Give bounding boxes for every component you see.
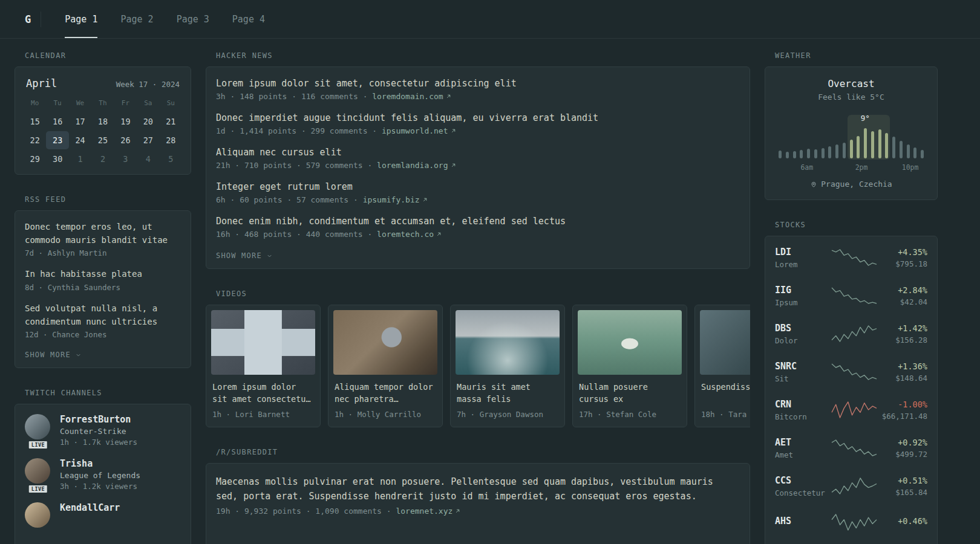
hn-item-title[interactable]: Lorem ipsum dolor sit amet, consectetur …: [216, 78, 740, 89]
hn-source-link[interactable]: loremdomain.com: [372, 92, 451, 101]
hn-meta-text: 3h · 148 points · 116 comments ·: [216, 92, 367, 101]
logo-divider: [41, 11, 41, 27]
stock-sparkline: [831, 401, 878, 419]
video-title: Nullam posuere cursus ex: [579, 381, 681, 406]
stock-sparkline: [831, 513, 878, 531]
subreddit-header: /R/SUBREDDIT: [216, 448, 750, 456]
weather-bar: [822, 148, 825, 158]
stock-row: SNRC Sit +1.36% $148.64: [775, 353, 927, 391]
video-card[interactable]: Aliquam tempor dolor nec pharetra… 1h · …: [328, 305, 443, 427]
hn-item-title[interactable]: Donec imperdiet augue tincidunt felis al…: [216, 112, 740, 123]
calendar-day: 19: [114, 112, 137, 131]
calendar-day: 1: [69, 150, 91, 168]
hn-source-domain: ipsumify.biz: [363, 195, 420, 204]
subreddit-card: Maecenas mollis pulvinar erat non posuer…: [206, 463, 750, 544]
hackernews-show-more-button[interactable]: SHOW MORE: [216, 251, 273, 260]
hn-item-title[interactable]: Aliquam nec cursus elit: [216, 147, 740, 158]
stock-sparkline: [831, 325, 878, 343]
weather-bar: [828, 146, 831, 158]
stock-row: LDI Lorem +4.35% $795.18: [775, 239, 927, 277]
rss-item-title[interactable]: In hac habitasse platea: [25, 268, 181, 281]
hackernews-card: Lorem ipsum dolor sit amet, consectetur …: [206, 66, 750, 269]
channel-name: KendallCarr: [60, 502, 120, 513]
stock-change: -1.00%: [878, 400, 927, 409]
video-thumbnail[interactable]: [578, 310, 682, 375]
post-title[interactable]: Maecenas mollis pulvinar erat non posuer…: [216, 476, 713, 502]
stock-change: +0.46%: [878, 516, 927, 526]
video-card[interactable]: Lorem ipsum dolor sit amet consectetu… 1…: [206, 305, 321, 427]
subreddit-widget: /R/SUBREDDIT Maecenas mollis pulvinar er…: [206, 448, 750, 544]
twitch-card: LIVE ForrestBurton Counter-Strike 1h · 1…: [15, 404, 191, 544]
video-thumbnail[interactable]: [333, 310, 437, 375]
calendar-day: 24: [69, 131, 91, 149]
middle-column: HACKER NEWS Lorem ipsum dolor sit amet, …: [206, 51, 750, 544]
stock-row: AHS +0.46%: [775, 505, 927, 539]
video-thumbnail[interactable]: [700, 310, 750, 375]
video-title: Lorem ipsum dolor sit amet consectetu…: [212, 381, 314, 406]
video-thumbnail[interactable]: [456, 310, 560, 375]
weather-bar: [864, 128, 867, 158]
hn-source-link[interactable]: ipsumworld.net: [382, 126, 457, 135]
weather-bar: [835, 144, 838, 158]
twitch-channel[interactable]: LIVE Trisha League of Legends 3h · 1.2k …: [25, 458, 181, 491]
stocks-card: LDI Lorem +4.35% $795.18 IIG Ipsum: [765, 236, 938, 544]
avatar: [25, 458, 50, 484]
rss-item-title[interactable]: Donec tempor eros leo, ut commodo mauris…: [25, 221, 181, 247]
weather-bar: [921, 150, 924, 158]
rss-item-title[interactable]: Sed volutpat nulla nisl, a condimentum n…: [25, 302, 181, 328]
hn-source-link[interactable]: loremlandia.org: [377, 161, 456, 170]
hn-item-meta: 1d · 1,414 points · 299 comments · ipsum…: [216, 126, 740, 135]
video-card[interactable]: Nullam posuere cursus ex 17h · Stefan Co…: [572, 305, 687, 427]
stock-symbol: SNRC: [775, 361, 831, 372]
weather-time-labels: 6am 2pm 10pm: [777, 163, 925, 172]
twitch-channel[interactable]: LIVE ForrestBurton Counter-Strike 1h · 1…: [25, 414, 181, 447]
hn-item-meta: 16h · 468 points · 440 comments · loremt…: [216, 230, 740, 239]
chevron-down-icon: [266, 253, 273, 259]
rss-widget: RSS FEED Donec tempor eros leo, ut commo…: [15, 195, 191, 368]
rss-item-meta: 12d · Chance Jones: [25, 330, 181, 339]
stock-price: $156.28: [878, 335, 927, 345]
hn-source-domain: loremlandia.org: [377, 161, 448, 170]
rss-show-more-button[interactable]: SHOW MORE: [25, 351, 82, 359]
app-logo[interactable]: G: [15, 13, 41, 25]
stock-sparkline: [831, 439, 878, 457]
calendar-month: April: [26, 77, 57, 89]
subreddit-post: Maecenas mollis pulvinar erat non posuer…: [216, 474, 740, 516]
video-title: Suspendisse diam: [701, 381, 750, 406]
show-more-label: SHOW MORE: [25, 351, 71, 359]
calendar-day: 18: [91, 112, 114, 131]
calendar-day: 26: [114, 131, 137, 149]
stocks-widget: STOCKS LDI Lorem +4.35% $795.18 IIG: [765, 221, 938, 544]
hn-item-title[interactable]: Integer eget rutrum lorem: [216, 181, 740, 192]
video-meta: 1h · Lori Barnett: [212, 410, 314, 419]
rss-item: Donec tempor eros leo, ut commodo mauris…: [25, 221, 181, 257]
weather-bar: [913, 147, 916, 158]
hn-source-link[interactable]: loremtech.co: [377, 230, 442, 239]
video-meta: 7h · Grayson Dawson: [457, 410, 558, 419]
stock-symbol: AHS: [775, 516, 831, 526]
tab-page-2[interactable]: Page 2: [109, 0, 165, 38]
rss-item-meta: 8d · Cynthia Saunders: [25, 283, 181, 292]
post-source-link[interactable]: loremnet.xyz: [396, 507, 461, 516]
tab-page-4[interactable]: Page 4: [221, 0, 276, 38]
calendar-header: CALENDAR: [25, 51, 191, 60]
hn-source-link[interactable]: ipsumify.biz: [363, 195, 428, 204]
stock-row: IIG Ipsum +2.84% $42.04: [775, 277, 927, 315]
channel-name: Trisha: [60, 458, 140, 469]
calendar-day: 3: [114, 150, 137, 168]
weather-bar: [900, 141, 903, 158]
videos-row: Lorem ipsum dolor sit amet consectetu… 1…: [206, 305, 750, 427]
video-card[interactable]: Mauris sit amet massa felis 7h · Grayson…: [450, 305, 565, 427]
avatar: [25, 502, 50, 528]
weather-bar: [907, 144, 910, 158]
hn-meta-text: 6h · 60 points · 57 comments ·: [216, 195, 358, 204]
twitch-channel[interactable]: KendallCarr: [25, 502, 181, 528]
hn-item-title[interactable]: Donec enim nibh, condimentum et accumsan…: [216, 216, 740, 227]
video-card[interactable]: Suspendisse diam 18h · Tara: [694, 305, 750, 427]
video-thumbnail[interactable]: [211, 310, 315, 375]
tab-page-1[interactable]: Page 1: [53, 0, 109, 38]
tab-page-3[interactable]: Page 3: [165, 0, 221, 38]
weather-bar: [779, 151, 782, 158]
weather-time: 2pm: [855, 163, 868, 172]
calendar-day: 17: [69, 112, 91, 131]
